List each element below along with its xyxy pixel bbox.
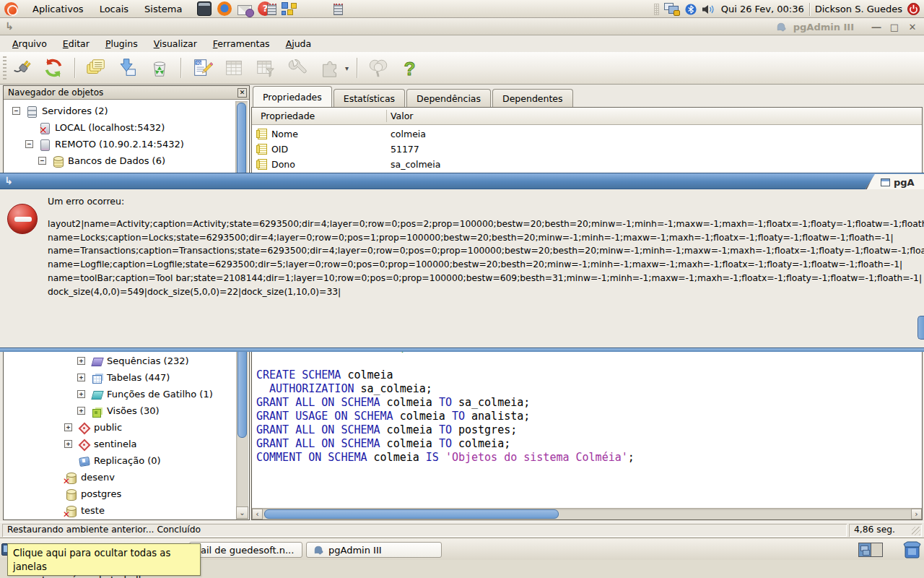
expander-icon[interactable]: + xyxy=(77,390,85,398)
tree-item-tabelas-447[interactable]: +Tabelas (447) xyxy=(4,369,170,386)
expander-icon[interactable]: − xyxy=(38,157,46,165)
launcher-spring-icon-1[interactable] xyxy=(267,2,300,17)
error-scrollbar-fragment[interactable] xyxy=(918,316,924,340)
expander-icon[interactable]: + xyxy=(64,440,72,448)
paste-icon[interactable] xyxy=(115,55,141,81)
minimize-button[interactable]: ― xyxy=(871,22,882,33)
bluetooth-icon[interactable] xyxy=(685,4,697,15)
close-icon[interactable]: ✕ xyxy=(237,88,247,98)
taskbar-button-pgadmin[interactable]: pgAdmin III xyxy=(306,542,442,558)
property-row-nome[interactable]: Nomecolmeia xyxy=(252,126,922,142)
column-valor: Valor xyxy=(391,111,414,121)
expander-icon[interactable]: + xyxy=(77,407,85,415)
expander-icon[interactable]: − xyxy=(25,140,33,148)
menu-arquivo[interactable]: Arquivo xyxy=(4,38,55,49)
tree-item-teste[interactable]: +✕teste xyxy=(4,502,105,519)
properties-icon[interactable] xyxy=(83,55,109,81)
maximize-button[interactable]: □ xyxy=(889,22,900,33)
workspace-2[interactable] xyxy=(871,543,882,556)
svg-text:?: ? xyxy=(404,58,416,79)
connect-icon[interactable] xyxy=(9,55,35,81)
tab-estatísticas[interactable]: Estatísticas xyxy=(334,89,405,107)
maintenance-icon[interactable] xyxy=(284,55,310,81)
taskbar-button-mail[interactable]: ail de guedesoft.n... xyxy=(189,542,302,558)
tree-item-public[interactable]: +public xyxy=(4,419,122,436)
menu-plugins[interactable]: Plugins xyxy=(97,38,146,49)
clock[interactable]: Qui 26 Fev, 00:36 xyxy=(721,4,804,14)
tree-item-bancos-de-dados-6[interactable]: −Bancos de Dados (6) xyxy=(4,152,165,169)
workspace-switcher[interactable] xyxy=(858,543,883,557)
email-icon[interactable] xyxy=(237,5,252,15)
expander-icon[interactable]: + xyxy=(77,374,85,381)
menu-editar[interactable]: Editar xyxy=(55,38,97,49)
plugins-icon[interactable] xyxy=(316,55,342,81)
tree-item-remoto-10-90-2-14-5432[interactable]: −REMOTO (10.90.2.14:5432) xyxy=(4,136,184,152)
tree-item-local-localhost-5432[interactable]: +✕LOCAL (localhost:5432) xyxy=(4,119,165,136)
sql-line: GRANT ALL ON SCHEMA colmeia TO sa_colmei… xyxy=(256,396,635,410)
tree-item-label: Sequências (232) xyxy=(107,355,189,366)
tree-item-sentinela[interactable]: +sentinela xyxy=(4,436,137,452)
tree-item-replica-o-0[interactable]: +Replicação (0) xyxy=(4,452,161,469)
menu-ajuda[interactable]: Ajuda xyxy=(278,38,320,49)
window-tab[interactable]: pgA xyxy=(863,174,924,190)
expander-icon[interactable]: − xyxy=(12,107,20,115)
tab-dependências[interactable]: Dependências xyxy=(406,89,491,107)
close-button[interactable]: ✕ xyxy=(907,22,918,33)
sql-line: COMMENT ON SCHEMA colmeia IS 'Objetos do… xyxy=(256,451,635,465)
expander-icon[interactable]: + xyxy=(77,357,85,365)
pgadmin-titlebar[interactable]: ↳ pgAdmin III ― □ ✕ xyxy=(0,18,924,35)
tree-item-desenv[interactable]: +✕desenv xyxy=(4,469,115,486)
pgadmin-menubar: ArquivoEditarPluginsVisualizarFerramenta… xyxy=(0,35,924,52)
scroll-left-icon[interactable]: ‹ xyxy=(252,509,263,519)
context-help-icon[interactable] xyxy=(365,55,391,81)
panel-drag-handle[interactable] xyxy=(654,4,659,15)
object-browser-tree: −Servidores (2)+✕LOCAL (localhost:5432)−… xyxy=(4,100,249,174)
menu-sistema[interactable]: Sistema xyxy=(136,0,190,18)
property-icon xyxy=(256,143,268,155)
network-lock-icon[interactable] xyxy=(664,3,680,15)
menu-ferramentas[interactable]: Ferramentas xyxy=(205,38,278,49)
menu-visualizar[interactable]: Visualizar xyxy=(146,38,205,49)
tab-dependentes[interactable]: Dependentes xyxy=(492,89,573,107)
view-data-icon[interactable] xyxy=(221,55,247,81)
sql-query-icon[interactable]: SQL xyxy=(189,55,215,81)
tree-item-postgres[interactable]: +postgres xyxy=(4,486,121,502)
trash-icon[interactable] xyxy=(902,540,922,558)
launcher-spring-icon-2[interactable] xyxy=(334,2,345,17)
user-menu[interactable]: Dickson S. Guedes xyxy=(815,4,902,14)
dropdown-arrow-icon[interactable]: ▾ xyxy=(345,64,349,72)
error-dialog-titlebar[interactable]: ↳ pgA xyxy=(0,173,924,189)
tree-item-clipped[interactable]: + xyxy=(4,519,81,520)
sql-hscrollbar-thumb[interactable] xyxy=(264,509,559,519)
menu-locais[interactable]: Locais xyxy=(92,0,136,18)
tree-scrollbar-thumb[interactable] xyxy=(237,103,246,174)
tree-item-sequ-ncias-232[interactable]: +Sequências (232) xyxy=(4,353,189,369)
menu-aplicativos[interactable]: Aplicativos xyxy=(25,0,92,18)
refresh-icon[interactable] xyxy=(40,55,66,81)
toolbar-separator xyxy=(357,58,357,78)
scroll-down-icon[interactable]: ⌄ xyxy=(236,506,248,519)
terminal-icon[interactable] xyxy=(197,1,212,16)
scroll-right-icon[interactable]: › xyxy=(911,509,922,519)
sql-pane[interactable]: -- DROP SCHEMA colmeia; CREATE SCHEMA co… xyxy=(251,334,923,520)
tree-item-servidores-2[interactable]: −Servidores (2) xyxy=(4,103,108,119)
sql-line xyxy=(256,355,635,368)
tree-item-label: Tabelas (447) xyxy=(107,372,170,383)
property-row-oid[interactable]: OID51177 xyxy=(252,142,922,157)
sql-hscrollbar[interactable]: ‹ › xyxy=(252,508,922,519)
expander-icon[interactable]: + xyxy=(64,423,72,431)
power-icon[interactable] xyxy=(907,3,920,15)
filtered-view-icon[interactable] xyxy=(253,55,279,81)
tree-item-vis-es-30[interactable]: +Visões (30) xyxy=(4,402,160,419)
workspace-1[interactable] xyxy=(859,543,871,556)
tree-scrollbar-thumb-lower[interactable] xyxy=(237,337,247,438)
volume-icon[interactable] xyxy=(702,4,716,15)
resize-grip[interactable] xyxy=(912,527,920,535)
ubuntu-logo-icon[interactable] xyxy=(4,2,18,16)
tab-propriedades[interactable]: Propriedades xyxy=(253,86,332,107)
firefox-icon[interactable] xyxy=(217,1,232,16)
property-row-dono[interactable]: Donosa_colmeia xyxy=(252,157,922,172)
delete-icon[interactable] xyxy=(147,55,173,81)
help-icon[interactable]: ? xyxy=(397,55,423,81)
tree-item-fun-es-de-gatilho-1[interactable]: +Funções de Gatilho (1) xyxy=(4,386,213,402)
